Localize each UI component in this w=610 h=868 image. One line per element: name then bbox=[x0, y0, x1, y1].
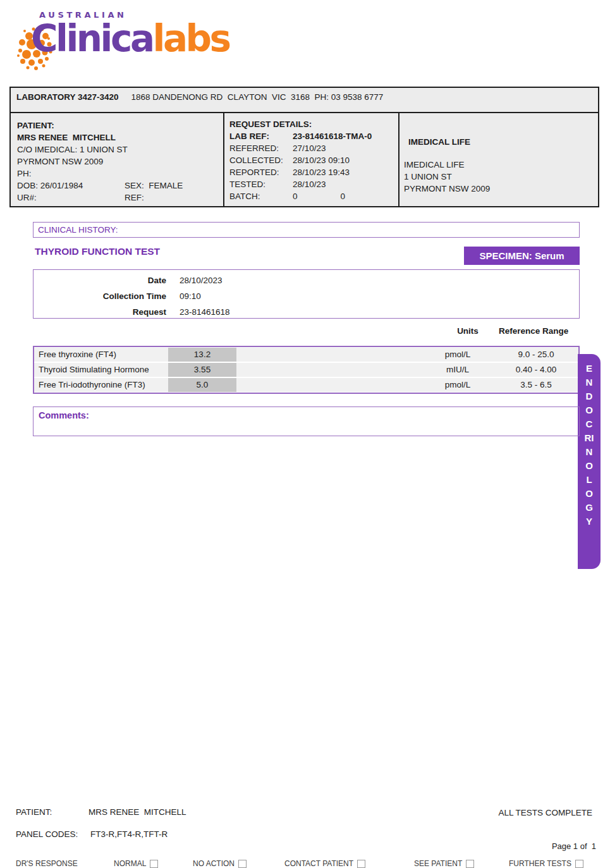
laboratory-address: 1868 DANDENONG RD CLAYTON VIC 3168 PH: 0… bbox=[131, 92, 384, 102]
response-option-see-patient: SEE PATIENT bbox=[414, 859, 474, 868]
practice-address-line1: IMEDICAL LIFE bbox=[404, 159, 465, 171]
response-option-further-tests: FURTHER TESTS bbox=[509, 859, 583, 868]
patient-sex: SEX: FEMALE bbox=[125, 180, 183, 192]
referred-label: REFERRED: bbox=[229, 142, 293, 154]
reported-value: 28/10/23 19:43 bbox=[293, 166, 350, 178]
batch-label: BATCH: bbox=[229, 190, 293, 202]
patient-ref: REF: bbox=[125, 192, 144, 204]
result-reference-range: 9.0 - 25.0 bbox=[501, 348, 571, 362]
brand-logo: Clinicalabs bbox=[14, 19, 267, 70]
patient-dob: DOB: 26/01/1984 bbox=[17, 181, 83, 190]
tested-value: 28/10/23 bbox=[293, 178, 326, 190]
patient-address-line2: PYRMONT NSW 2009 bbox=[17, 156, 217, 168]
meta-collection-time-value: 09:10 bbox=[180, 291, 201, 301]
units-column-header: Units bbox=[450, 326, 485, 336]
footer-patient-label: PATIENT: bbox=[16, 807, 52, 817]
brand-name-labs: labs bbox=[153, 17, 229, 60]
practice-address-line2: 1 UNION ST bbox=[404, 171, 452, 183]
lab-report-page: AUSTRALIAN Clinicalabs LABORATORY 3427-3… bbox=[0, 0, 610, 868]
result-value: 3.55 bbox=[168, 363, 236, 377]
checkbox-icon[interactable] bbox=[575, 860, 583, 868]
checkbox-icon[interactable] bbox=[357, 860, 365, 868]
meta-request-value: 23-81461618 bbox=[180, 307, 230, 317]
response-option-label: CONTACT PATIENT bbox=[284, 859, 353, 868]
patient-address-line1: C/O IMEDICAL: 1 UNION ST bbox=[17, 144, 217, 156]
checkbox-icon[interactable] bbox=[466, 860, 474, 868]
patient-box-title: PATIENT: bbox=[17, 119, 217, 131]
response-option-label: NO ACTION bbox=[193, 859, 235, 868]
doctors-response-strip: DR'S RESPONSE NORMAL NO ACTION CONTACT P… bbox=[0, 859, 610, 868]
page-number: Page 1 of 1 bbox=[552, 841, 596, 851]
meta-date-value: 28/10/2023 bbox=[180, 276, 223, 285]
collected-label: COLLECTED: bbox=[229, 154, 293, 166]
result-units: pmol/L bbox=[432, 378, 483, 392]
result-units: mIU/L bbox=[432, 363, 483, 377]
reference-range-column-header: Reference Range bbox=[499, 326, 568, 336]
response-option-contact-patient: CONTACT PATIENT bbox=[284, 859, 365, 868]
specimen-badge: SPECIMEN: Serum bbox=[464, 247, 580, 265]
result-value: 13.2 bbox=[168, 348, 236, 362]
laboratory-number: LABORATORY 3427-3420 bbox=[16, 92, 119, 102]
collection-meta-box: Date 28/10/2023 Collection Time 09:10 Re… bbox=[33, 269, 580, 319]
request-details-title: REQUEST DETAILS: bbox=[229, 118, 393, 130]
reported-label: REPORTED: bbox=[229, 166, 293, 178]
patient-name: MRS RENEE MITCHELL bbox=[17, 131, 217, 144]
labref-value: 23-81461618-TMA-0 bbox=[293, 130, 372, 142]
result-reference-range: 0.40 - 4.00 bbox=[501, 363, 571, 377]
response-option-no-action: NO ACTION bbox=[193, 859, 247, 868]
meta-date-label: Date bbox=[34, 276, 166, 285]
response-option-label: SEE PATIENT bbox=[414, 859, 462, 868]
patient-box: PATIENT: MRS RENEE MITCHELL C/O IMEDICAL… bbox=[9, 112, 224, 207]
result-test-name: Thyroid Stimulating Hormone bbox=[36, 363, 168, 377]
labref-label: LAB REF: bbox=[229, 130, 293, 142]
practice-name: IMEDICAL LIFE bbox=[408, 136, 470, 148]
collected-value: 28/10/23 09:10 bbox=[293, 154, 350, 166]
report-title: THYROID FUNCTION TEST bbox=[35, 246, 160, 257]
header-info-row: PATIENT: MRS RENEE MITCHELL C/O IMEDICAL… bbox=[9, 112, 599, 207]
response-strip-label: DR'S RESPONSE bbox=[16, 859, 78, 868]
footer-patient-name: MRS RENEE MITCHELL bbox=[88, 807, 186, 817]
table-row: 5.0 Free Tri-iodothyronine (FT3) pmol/L … bbox=[34, 378, 578, 392]
practice-box: IMEDICAL LIFE IMEDICAL LIFE 1 UNION ST P… bbox=[400, 112, 599, 207]
patient-ur: UR#: bbox=[17, 193, 37, 202]
laboratory-bar: LABORATORY 3427-3420 1868 DANDENONG RD C… bbox=[9, 87, 599, 113]
comments-box: Comments: bbox=[33, 406, 580, 436]
checkbox-icon[interactable] bbox=[150, 860, 158, 868]
table-row: 3.55 Thyroid Stimulating Hormone mIU/L 0… bbox=[34, 363, 578, 377]
response-option-label: FURTHER TESTS bbox=[509, 859, 571, 868]
result-units: pmol/L bbox=[432, 348, 483, 362]
practice-address-line3: PYRMONT NSW 2009 bbox=[404, 183, 490, 195]
panel-codes-label: PANEL CODES: bbox=[16, 829, 78, 839]
department-side-tab: ENDOCRINOLOGY bbox=[578, 354, 601, 569]
department-side-tab-label: ENDOCRINOLOGY bbox=[584, 362, 594, 529]
result-test-name: Free Tri-iodothyronine (FT3) bbox=[36, 378, 168, 392]
meta-collection-time-label: Collection Time bbox=[34, 291, 166, 301]
clinical-history-box: CLINICAL HISTORY: bbox=[33, 222, 580, 238]
checkbox-icon[interactable] bbox=[238, 860, 247, 868]
brand-name-clinica: Clinica bbox=[31, 17, 153, 60]
comments-label: Comments: bbox=[39, 410, 89, 420]
results-table: 13.2 Free thyroxine (FT4) pmol/L 9.0 - 2… bbox=[33, 346, 580, 394]
table-row: 13.2 Free thyroxine (FT4) pmol/L 9.0 - 2… bbox=[34, 348, 578, 362]
panel-codes-value: FT3-R,FT4-R,TFT-R bbox=[90, 829, 168, 839]
result-test-name: Free thyroxine (FT4) bbox=[36, 348, 168, 362]
tested-label: TESTED: bbox=[229, 178, 293, 190]
meta-request-label: Request bbox=[34, 307, 166, 317]
tests-complete-status: ALL TESTS COMPLETE bbox=[498, 808, 592, 817]
referred-value: 27/10/23 bbox=[293, 142, 326, 154]
patient-phone: PH: bbox=[17, 168, 217, 180]
response-option-label: NORMAL bbox=[114, 859, 146, 868]
response-option-normal: NORMAL bbox=[114, 859, 158, 868]
batch-value-1: 0 bbox=[293, 190, 298, 202]
result-reference-range: 3.5 - 6.5 bbox=[501, 378, 571, 392]
result-value: 5.0 bbox=[168, 378, 236, 392]
batch-value-2: 0 bbox=[341, 190, 346, 202]
clinical-history-label: CLINICAL HISTORY: bbox=[38, 225, 118, 235]
request-details-box: REQUEST DETAILS: LAB REF: 23-81461618-TM… bbox=[224, 112, 400, 207]
